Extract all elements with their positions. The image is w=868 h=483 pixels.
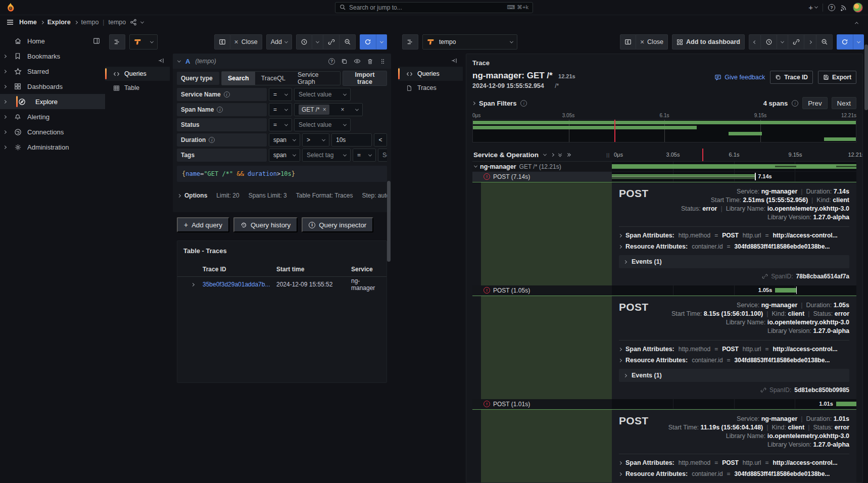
span-attributes-row[interactable]: Span Attributes: http.method=POST http.u… xyxy=(619,344,849,355)
search-input[interactable]: Search or jump to... ⌨ ⌘+k xyxy=(335,2,533,13)
duration-scope[interactable]: span xyxy=(269,133,300,147)
breadcrumb-tempo[interactable]: tempo xyxy=(81,19,99,26)
collapse-toolbar-button[interactable] xyxy=(851,19,862,26)
nav-item-connections[interactable]: Connections xyxy=(0,124,105,139)
datasource-picker-right[interactable]: tempo xyxy=(422,34,517,50)
news-icon[interactable] xyxy=(840,4,848,11)
next-span-button[interactable]: Next xyxy=(832,97,856,109)
breadcrumb-home[interactable]: Home xyxy=(19,19,37,26)
link-icon[interactable] xyxy=(323,34,340,50)
chevron-down-icon[interactable] xyxy=(140,20,144,23)
expand-icon[interactable] xyxy=(619,233,622,237)
query-help-icon[interactable]: ? xyxy=(328,58,335,65)
expand-icon[interactable] xyxy=(3,115,6,118)
col-service[interactable]: Service xyxy=(351,266,381,273)
expand-icon[interactable] xyxy=(3,84,6,88)
span-bar[interactable]: 1.01s xyxy=(836,402,856,406)
prev-span-button[interactable]: Prev xyxy=(802,97,827,109)
service-name-operator[interactable]: = xyxy=(269,88,292,101)
add-query-button[interactable]: +Add query xyxy=(177,217,229,232)
query-history-button[interactable]: Query history xyxy=(233,217,298,232)
col-start-time[interactable]: Start time xyxy=(276,266,351,273)
span-bar[interactable] xyxy=(612,164,856,169)
expand-icon[interactable] xyxy=(619,347,622,351)
trace-id-link[interactable]: 35be0f3d29a01adda7b... xyxy=(203,281,276,288)
refresh-interval-chevron[interactable] xyxy=(376,34,387,50)
expand-icon[interactable] xyxy=(619,358,622,362)
query-rows-icon[interactable] xyxy=(402,34,418,50)
hide-query-icon[interactable] xyxy=(354,58,361,65)
nav-item-bookmarks[interactable]: Bookmarks xyxy=(0,49,105,64)
expand-one-icon[interactable] xyxy=(551,153,554,157)
duplicate-query-icon[interactable] xyxy=(341,58,348,65)
drag-handle-icon[interactable] xyxy=(379,58,386,65)
sidebar-item-traces[interactable]: Traces xyxy=(398,81,463,95)
link-icon[interactable] xyxy=(762,273,768,279)
expand-row-icon[interactable] xyxy=(190,282,194,286)
time-shift-left-icon[interactable] xyxy=(749,34,761,50)
nav-item-explore[interactable]: Explore xyxy=(0,94,105,109)
events-row[interactable]: Events (1) xyxy=(619,255,849,268)
time-shift-right-icon[interactable] xyxy=(804,34,816,50)
breadcrumb-explore[interactable]: Explore xyxy=(47,19,71,26)
time-picker-chevron[interactable] xyxy=(777,34,788,50)
nav-item-alerting[interactable]: Alerting xyxy=(0,109,105,124)
span-row-post-1[interactable]: ! POST (7.14s) 7.14s xyxy=(472,172,856,182)
span-attributes-row[interactable]: Span Attributes: http.method=POST http.u… xyxy=(619,230,849,241)
status-select[interactable]: Select value xyxy=(294,118,351,131)
close-pane-button[interactable]: × Close xyxy=(230,34,262,50)
tags-operator[interactable]: = xyxy=(353,149,376,162)
minimap-canvas[interactable] xyxy=(472,119,856,142)
span-name-select[interactable]: GET /*× × xyxy=(294,103,363,116)
resource-attributes-row[interactable]: Resource Attributes: container.id=304fd8… xyxy=(619,241,849,252)
zoom-out-icon[interactable] xyxy=(340,34,356,50)
nav-item-administration[interactable]: Administration xyxy=(0,139,105,155)
collapse-one-icon[interactable] xyxy=(543,153,547,156)
link-icon[interactable] xyxy=(788,34,804,50)
tags-select-value[interactable]: Select va xyxy=(378,149,387,162)
expand-icon[interactable] xyxy=(623,373,627,377)
events-row[interactable]: Events (1) xyxy=(619,369,849,382)
span-filters-label[interactable]: Span Filters xyxy=(479,100,516,107)
time-picker-icon[interactable] xyxy=(761,34,777,50)
resource-attributes-row[interactable]: Resource Attributes: container.id=304fd8… xyxy=(619,355,849,366)
sidebar-item-table[interactable]: Table xyxy=(105,81,170,95)
expand-icon[interactable] xyxy=(3,100,6,103)
expand-icon[interactable] xyxy=(3,130,6,133)
status-operator[interactable]: = xyxy=(269,118,292,131)
give-feedback-link[interactable]: Give feedback xyxy=(714,74,765,81)
tags-scope[interactable]: span xyxy=(269,149,300,162)
resource-attributes-row[interactable]: Resource Attributes: container.id=304fd8… xyxy=(619,468,849,479)
remove-query-icon[interactable] xyxy=(367,58,373,65)
span-row-root[interactable]: ng-manager GET /* (12.21s) xyxy=(472,162,856,172)
span-id-value[interactable]: 78b8cbaa6514af7a xyxy=(796,273,849,280)
expand-icon[interactable] xyxy=(619,472,622,475)
expand-icon[interactable] xyxy=(619,461,622,464)
remove-chip-icon[interactable]: × xyxy=(323,106,326,113)
duration-operator[interactable]: > xyxy=(302,133,329,147)
pane-split-divider[interactable] xyxy=(391,29,398,483)
left-pane-scrollbar[interactable] xyxy=(387,181,391,262)
options-row[interactable]: Options Limit: 20 Spans Limit: 3 Table F… xyxy=(173,186,391,201)
add-to-dashboard-button[interactable]: Add to dashboard xyxy=(672,34,745,50)
tab-service-graph[interactable]: Service Graph xyxy=(292,72,340,85)
sidebar-item-queries[interactable]: Queries xyxy=(398,67,463,81)
grafana-logo-icon[interactable] xyxy=(5,2,16,13)
collapse-all-icon[interactable] xyxy=(559,153,561,157)
dock-sidebar-icon[interactable] xyxy=(93,37,100,44)
right-pane-scrollbar[interactable] xyxy=(864,44,868,110)
help-icon[interactable]: ? xyxy=(828,4,835,11)
expand-icon[interactable] xyxy=(3,69,6,73)
query-inspector-button[interactable]: iQuery inspector xyxy=(302,217,373,232)
add-button[interactable]: Add xyxy=(266,34,292,50)
service-name-select[interactable]: Select value xyxy=(294,88,351,101)
time-picker-chevron[interactable] xyxy=(312,34,323,50)
menu-icon[interactable] xyxy=(6,18,14,26)
link-icon[interactable] xyxy=(760,387,766,393)
run-query-button[interactable] xyxy=(360,34,387,50)
collapse-sidebar-button[interactable] xyxy=(398,55,463,67)
col-trace-id[interactable]: Trace ID xyxy=(203,266,276,273)
nav-item-home[interactable]: Home xyxy=(0,33,105,49)
new-menu-button[interactable]: + xyxy=(808,3,817,12)
trace-minimap[interactable]: 0μs 3.05s 6.1s 9.15s 12.21s xyxy=(472,113,856,142)
